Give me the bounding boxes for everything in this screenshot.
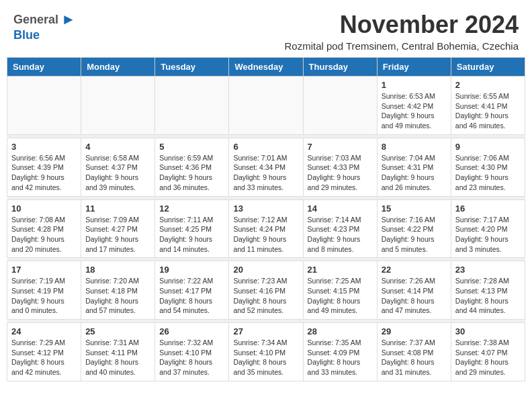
logo-bird-icon: ► xyxy=(61,11,76,28)
calendar-cell: 16Sunrise: 7:17 AMSunset: 4:20 PMDayligh… xyxy=(451,199,525,258)
logo-blue-text: Blue xyxy=(13,28,40,42)
day-info: Sunrise: 7:31 AMSunset: 4:11 PMDaylight:… xyxy=(85,338,150,377)
day-number: 7 xyxy=(308,142,373,152)
day-info: Sunrise: 7:09 AMSunset: 4:27 PMDaylight:… xyxy=(85,215,150,255)
calendar-cell xyxy=(155,77,229,135)
day-number: 1 xyxy=(382,80,447,90)
header-day-monday: Monday xyxy=(81,58,155,77)
day-number: 4 xyxy=(85,142,150,152)
week-row-1: 1Sunrise: 6:53 AMSunset: 4:42 PMDaylight… xyxy=(7,77,525,135)
calendar-cell: 5Sunrise: 6:59 AMSunset: 4:36 PMDaylight… xyxy=(155,138,229,196)
calendar-cell: 19Sunrise: 7:22 AMSunset: 4:17 PMDayligh… xyxy=(155,261,229,320)
day-number: 8 xyxy=(382,142,447,152)
page-header: General ► Blue November 2024 Rozmital po… xyxy=(0,0,532,57)
day-info: Sunrise: 6:56 AMSunset: 4:39 PMDaylight:… xyxy=(11,153,77,193)
day-number: 13 xyxy=(233,203,298,214)
day-info: Sunrise: 7:11 AMSunset: 4:25 PMDaylight:… xyxy=(159,215,224,255)
calendar-cell: 21Sunrise: 7:25 AMSunset: 4:15 PMDayligh… xyxy=(303,261,377,320)
calendar-cell xyxy=(7,77,81,135)
day-number: 5 xyxy=(159,142,224,152)
calendar-cell: 26Sunrise: 7:32 AMSunset: 4:10 PMDayligh… xyxy=(155,323,229,381)
day-number: 25 xyxy=(85,326,150,336)
day-info: Sunrise: 7:35 AMSunset: 4:09 PMDaylight:… xyxy=(308,338,373,377)
calendar-cell: 28Sunrise: 7:35 AMSunset: 4:09 PMDayligh… xyxy=(303,323,377,381)
day-number: 27 xyxy=(233,326,298,336)
calendar-cell: 8Sunrise: 7:04 AMSunset: 4:31 PMDaylight… xyxy=(377,138,451,196)
title-section: November 2024 Rozmital pod Tremsinem, Ce… xyxy=(285,11,519,52)
calendar-cell: 11Sunrise: 7:09 AMSunset: 4:27 PMDayligh… xyxy=(81,199,155,258)
calendar-cell: 15Sunrise: 7:16 AMSunset: 4:22 PMDayligh… xyxy=(377,199,451,258)
calendar-cell: 10Sunrise: 7:08 AMSunset: 4:28 PMDayligh… xyxy=(7,199,81,258)
day-info: Sunrise: 7:29 AMSunset: 4:12 PMDaylight:… xyxy=(11,338,77,377)
calendar-cell: 7Sunrise: 7:03 AMSunset: 4:33 PMDaylight… xyxy=(303,138,377,196)
day-number: 23 xyxy=(455,265,521,275)
calendar-cell: 24Sunrise: 7:29 AMSunset: 4:12 PMDayligh… xyxy=(7,323,81,381)
week-row-2: 3Sunrise: 6:56 AMSunset: 4:39 PMDaylight… xyxy=(7,138,525,196)
calendar-table: SundayMondayTuesdayWednesdayThursdayFrid… xyxy=(7,57,525,381)
day-info: Sunrise: 7:38 AMSunset: 4:07 PMDaylight:… xyxy=(455,338,521,377)
calendar-cell: 22Sunrise: 7:26 AMSunset: 4:14 PMDayligh… xyxy=(377,261,451,320)
calendar-header: SundayMondayTuesdayWednesdayThursdayFrid… xyxy=(7,58,525,77)
day-number: 11 xyxy=(85,203,150,214)
header-row: SundayMondayTuesdayWednesdayThursdayFrid… xyxy=(7,58,525,77)
day-info: Sunrise: 7:04 AMSunset: 4:31 PMDaylight:… xyxy=(382,153,447,193)
day-info: Sunrise: 6:55 AMSunset: 4:41 PMDaylight:… xyxy=(455,91,521,131)
day-number: 12 xyxy=(159,203,224,214)
calendar-cell: 12Sunrise: 7:11 AMSunset: 4:25 PMDayligh… xyxy=(155,199,229,258)
calendar-cell: 25Sunrise: 7:31 AMSunset: 4:11 PMDayligh… xyxy=(81,323,155,381)
calendar-cell: 13Sunrise: 7:12 AMSunset: 4:24 PMDayligh… xyxy=(229,199,303,258)
day-number: 30 xyxy=(455,326,521,336)
calendar-cell: 3Sunrise: 6:56 AMSunset: 4:39 PMDaylight… xyxy=(7,138,81,196)
logo: General ► Blue xyxy=(13,11,76,42)
location-subtitle: Rozmital pod Tremsinem, Central Bohemia,… xyxy=(285,40,519,52)
day-info: Sunrise: 7:14 AMSunset: 4:23 PMDaylight:… xyxy=(308,215,373,255)
calendar-cell: 6Sunrise: 7:01 AMSunset: 4:34 PMDaylight… xyxy=(229,138,303,196)
calendar-cell: 2Sunrise: 6:55 AMSunset: 4:41 PMDaylight… xyxy=(451,77,525,135)
day-info: Sunrise: 7:08 AMSunset: 4:28 PMDaylight:… xyxy=(11,215,77,255)
calendar-cell: 17Sunrise: 7:19 AMSunset: 4:19 PMDayligh… xyxy=(7,261,81,320)
day-number: 3 xyxy=(11,142,77,152)
logo-general-text: General xyxy=(13,13,58,27)
day-info: Sunrise: 7:37 AMSunset: 4:08 PMDaylight:… xyxy=(382,338,447,377)
calendar-cell: 20Sunrise: 7:23 AMSunset: 4:16 PMDayligh… xyxy=(229,261,303,320)
calendar-cell: 1Sunrise: 6:53 AMSunset: 4:42 PMDaylight… xyxy=(377,77,451,135)
day-number: 29 xyxy=(382,326,447,336)
day-info: Sunrise: 7:34 AMSunset: 4:10 PMDaylight:… xyxy=(233,338,298,377)
day-info: Sunrise: 7:32 AMSunset: 4:10 PMDaylight:… xyxy=(159,338,224,377)
day-info: Sunrise: 7:25 AMSunset: 4:15 PMDaylight:… xyxy=(308,276,373,316)
day-number: 10 xyxy=(11,203,77,214)
calendar-cell: 30Sunrise: 7:38 AMSunset: 4:07 PMDayligh… xyxy=(451,323,525,381)
day-number: 18 xyxy=(85,265,150,275)
day-number: 2 xyxy=(455,80,521,90)
day-info: Sunrise: 7:12 AMSunset: 4:24 PMDaylight:… xyxy=(233,215,298,255)
header-day-sunday: Sunday xyxy=(7,58,81,77)
header-day-thursday: Thursday xyxy=(303,58,377,77)
day-info: Sunrise: 7:19 AMSunset: 4:19 PMDaylight:… xyxy=(11,276,77,316)
day-number: 9 xyxy=(455,142,521,152)
calendar-cell: 27Sunrise: 7:34 AMSunset: 4:10 PMDayligh… xyxy=(229,323,303,381)
calendar-cell xyxy=(303,77,377,135)
day-info: Sunrise: 7:17 AMSunset: 4:20 PMDaylight:… xyxy=(455,215,521,255)
day-info: Sunrise: 7:01 AMSunset: 4:34 PMDaylight:… xyxy=(233,153,298,193)
week-row-3: 10Sunrise: 7:08 AMSunset: 4:28 PMDayligh… xyxy=(7,199,525,258)
day-info: Sunrise: 7:23 AMSunset: 4:16 PMDaylight:… xyxy=(233,276,298,316)
calendar-cell: 4Sunrise: 6:58 AMSunset: 4:37 PMDaylight… xyxy=(81,138,155,196)
day-number: 28 xyxy=(308,326,373,336)
day-info: Sunrise: 7:22 AMSunset: 4:17 PMDaylight:… xyxy=(159,276,224,316)
week-row-4: 17Sunrise: 7:19 AMSunset: 4:19 PMDayligh… xyxy=(7,261,525,320)
day-number: 26 xyxy=(159,326,224,336)
day-info: Sunrise: 7:16 AMSunset: 4:22 PMDaylight:… xyxy=(382,215,447,255)
day-info: Sunrise: 7:26 AMSunset: 4:14 PMDaylight:… xyxy=(382,276,447,316)
header-day-friday: Friday xyxy=(377,58,451,77)
day-info: Sunrise: 7:03 AMSunset: 4:33 PMDaylight:… xyxy=(308,153,373,193)
day-info: Sunrise: 6:58 AMSunset: 4:37 PMDaylight:… xyxy=(85,153,150,193)
header-day-tuesday: Tuesday xyxy=(155,58,229,77)
calendar-cell: 23Sunrise: 7:28 AMSunset: 4:13 PMDayligh… xyxy=(451,261,525,320)
day-number: 16 xyxy=(455,203,521,214)
day-number: 20 xyxy=(233,265,298,275)
day-number: 6 xyxy=(233,142,298,152)
day-number: 15 xyxy=(382,203,447,214)
day-number: 17 xyxy=(11,265,77,275)
day-number: 19 xyxy=(159,265,224,275)
day-info: Sunrise: 7:28 AMSunset: 4:13 PMDaylight:… xyxy=(455,276,521,316)
